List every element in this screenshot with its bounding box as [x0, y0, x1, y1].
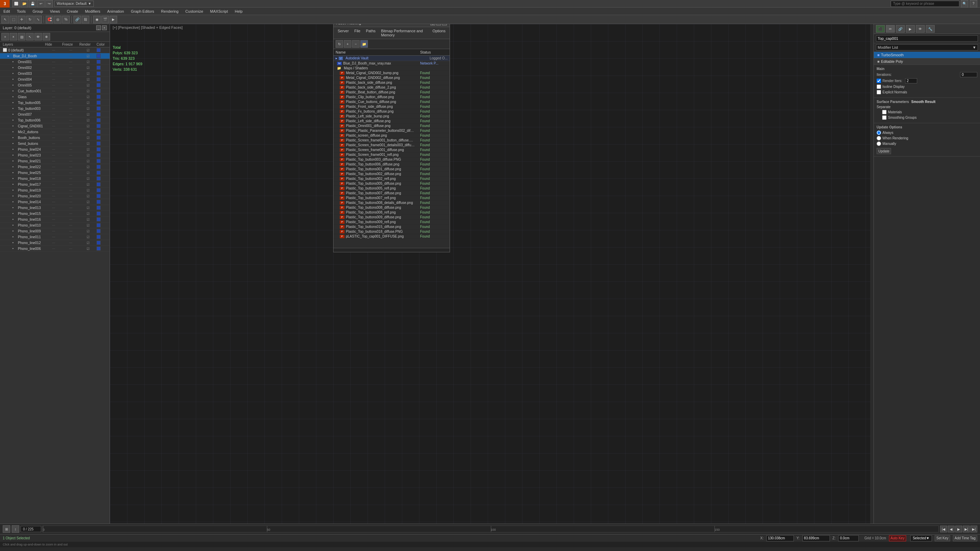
menu-modifiers[interactable]: Modifiers: [83, 9, 102, 14]
menu-graph-editors[interactable]: Graph Editors: [129, 9, 156, 14]
asset-list-item[interactable]: PPlastic_Top_buttons018_diffuse.PNGFound: [334, 229, 450, 234]
asset-list-item[interactable]: PPlastic_Top_buttons009_refl.pngFound: [334, 220, 450, 224]
asset-list-item[interactable]: PPlastic_Top_buttons008_diffuse.pngFound: [334, 205, 450, 210]
layer-freeze-cell[interactable]: —: [62, 154, 80, 157]
asset-path-btn[interactable]: 📁: [360, 40, 368, 48]
asset-list-item[interactable]: PPlastic_Clip_button_diffuse.pngFound: [334, 95, 450, 100]
layer-freeze-cell[interactable]: —: [62, 130, 80, 133]
layer-color-cell[interactable]: [97, 136, 101, 140]
rotate-btn[interactable]: ↻: [26, 16, 33, 23]
layer-item[interactable]: ▪Phono_line020——☑: [0, 193, 110, 199]
asset-list-item[interactable]: PPlastic_Top_buttons002_refl.pngFound: [334, 176, 450, 181]
scale-btn[interactable]: ⤡: [34, 16, 42, 23]
material-btn[interactable]: ◉: [93, 16, 101, 23]
render-iters-input[interactable]: [905, 78, 917, 83]
layer-render-cell[interactable]: ☑: [80, 159, 97, 163]
layer-color-cell[interactable]: [97, 147, 101, 151]
layer-color-cell[interactable]: [97, 159, 101, 163]
layer-color-cell[interactable]: [97, 229, 101, 233]
asset-list-item[interactable]: PPlastic_Top_buttons008_refl.pngFound: [334, 210, 450, 215]
display-tab[interactable]: 👁: [916, 25, 925, 33]
layer-render-cell[interactable]: ☑: [80, 48, 97, 52]
x-input[interactable]: [766, 535, 794, 541]
layer-freeze-cell[interactable]: —: [62, 78, 80, 81]
asset-maps-folder[interactable]: 📁Maps / Shaders: [334, 66, 450, 71]
layer-freeze-cell[interactable]: —: [62, 72, 80, 75]
selected-dropdown[interactable]: Selected ▼: [910, 535, 932, 541]
layer-hide-cell[interactable]: —: [45, 78, 62, 81]
asset-list-item[interactable]: PPlastic_Top_button003_diffuse.PNGFound: [334, 157, 450, 162]
layer-render-cell[interactable]: ☑: [80, 241, 97, 245]
asset-list-item[interactable]: PPlastic_back_side_diffuse_2.pngFound: [334, 85, 450, 90]
layer-freeze-cell[interactable]: —: [62, 148, 80, 151]
menu-rendering[interactable]: Rendering: [159, 9, 181, 14]
layer-hide-btn[interactable]: 👁: [34, 33, 42, 41]
search-btn[interactable]: 🔍: [961, 0, 968, 8]
layer-render-cell[interactable]: ☑: [80, 183, 97, 186]
layer-render-cell[interactable]: ☑: [80, 124, 97, 128]
layer-item[interactable]: ▪Omni004——☑: [0, 76, 110, 83]
layer-freeze-cell[interactable]: —: [62, 194, 80, 198]
asset-list-item[interactable]: PPlastic_Screen_frame001_diffuse.pngFoun…: [334, 148, 450, 152]
layer-render-cell[interactable]: ☑: [80, 142, 97, 146]
layer-freeze-cell[interactable]: —: [62, 206, 80, 210]
layer-item[interactable]: ⬜0 (default)——☑: [0, 48, 110, 53]
layer-color-cell[interactable]: [97, 241, 101, 245]
hierarchy-tab[interactable]: 🔗: [896, 25, 905, 33]
asset-menu-bitmap[interactable]: Bitmap Performance and Memory: [379, 28, 429, 38]
asset-list-item[interactable]: PPlastic_Top_buttons015_diffuse.pngFound: [334, 224, 450, 229]
smoothing-groups-checkbox[interactable]: [882, 115, 886, 120]
layer-color-cell[interactable]: [97, 223, 101, 227]
layer-freeze-cell[interactable]: —: [62, 136, 80, 140]
layer-hide-cell[interactable]: —: [45, 183, 62, 186]
layer-item[interactable]: ▪Omni005——☑: [0, 83, 110, 88]
add-time-tag-btn[interactable]: Add Time Tag: [953, 535, 977, 541]
layer-render-cell[interactable]: ☑: [80, 229, 97, 233]
layer-color-cell[interactable]: [97, 48, 101, 52]
layer-color-cell[interactable]: [97, 118, 101, 122]
menu-edit[interactable]: Edit: [2, 9, 12, 14]
layer-render-cell[interactable]: ☑: [80, 54, 97, 58]
asset-list-item[interactable]: PPlastic_Front_side_diffuse.pngFound: [334, 104, 450, 109]
layer-color-cell[interactable]: [97, 235, 101, 239]
layer-render-cell[interactable]: ☑: [80, 177, 97, 181]
asset-list-item[interactable]: PPlastic_back_side_diffuse.pngFound: [334, 80, 450, 85]
menu-tools[interactable]: Tools: [15, 9, 28, 14]
layer-hide-cell[interactable]: —: [45, 124, 62, 128]
layer-freeze-cell[interactable]: —: [62, 101, 80, 104]
layer-render-cell[interactable]: ☑: [80, 148, 97, 151]
layer-render-cell[interactable]: ☑: [80, 66, 97, 70]
menu-animation[interactable]: Animation: [105, 9, 126, 14]
layer-item[interactable]: ▪Phono_line016——☑: [0, 217, 110, 222]
layer-item[interactable]: ▪Phono_line023——☑: [0, 152, 110, 158]
layer-freeze-cell[interactable]: —: [62, 118, 80, 122]
layer-select-btn[interactable]: ↖: [26, 33, 33, 41]
layer-color-cell[interactable]: [97, 124, 101, 128]
asset-remove-btn[interactable]: −: [352, 40, 360, 48]
layer-freeze-cell[interactable]: —: [62, 165, 80, 168]
asset-list-item[interactable]: PPlastic_Top_button006_diffuse.pngFound: [334, 162, 450, 167]
menu-maxscript[interactable]: MAXScript: [208, 9, 230, 14]
layer-minimize-btn[interactable]: _: [96, 25, 101, 30]
layer-hide-cell[interactable]: —: [45, 224, 62, 227]
layer-freeze-cell[interactable]: —: [62, 54, 80, 58]
when-rendering-radio[interactable]: [877, 136, 881, 140]
layer-freeze-cell[interactable]: —: [62, 177, 80, 180]
asset-list-item[interactable]: PPlastic_Omni001_diffuse.pngFound: [334, 124, 450, 129]
layer-color-cell[interactable]: [97, 89, 101, 93]
layer-freeze-cell[interactable]: —: [62, 113, 80, 116]
materials-checkbox[interactable]: [882, 110, 886, 114]
layer-freeze-cell[interactable]: —: [62, 247, 80, 250]
modifier-turbosmooth[interactable]: ■ TurboSmooth: [874, 52, 980, 58]
layer-hide-cell[interactable]: —: [45, 189, 62, 192]
layer-render-cell[interactable]: ☑: [80, 154, 97, 157]
layer-freeze-cell[interactable]: —: [62, 229, 80, 233]
layer-freeze-cell[interactable]: —: [62, 83, 80, 87]
layer-freeze-btn[interactable]: ❄: [43, 33, 50, 41]
layer-color-cell[interactable]: [97, 71, 101, 76]
layer-render-cell[interactable]: ☑: [80, 247, 97, 251]
layer-freeze-cell[interactable]: —: [62, 48, 80, 52]
asset-list-item[interactable]: PPlastic_Top_buttons002_diffuse.pngFound: [334, 171, 450, 176]
layer-color-cell[interactable]: [97, 176, 101, 181]
layer-render-cell[interactable]: ☑: [80, 95, 97, 99]
